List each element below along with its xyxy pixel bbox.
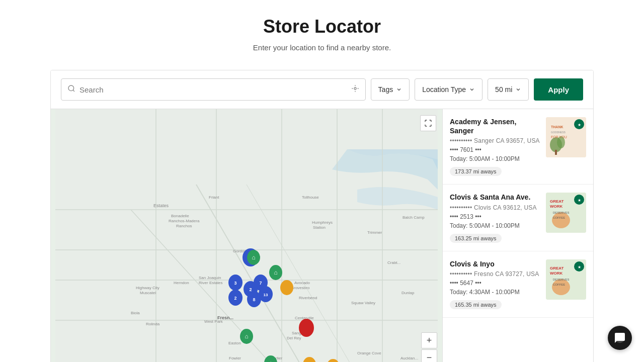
svg-text:San Joaquin: San Joaquin xyxy=(199,276,221,280)
store-hours: Today: 5:00AM - 10:00PM xyxy=(450,222,541,229)
svg-text:7: 7 xyxy=(259,281,262,286)
store-name: Academy & Jensen, Sanger xyxy=(450,117,541,135)
svg-text:Del Rey: Del Rey xyxy=(287,336,301,340)
search-input-wrapper[interactable] xyxy=(61,78,366,101)
svg-text:Grovesbro: Grovesbro xyxy=(291,286,310,290)
svg-text:GREAT: GREAT xyxy=(550,199,564,204)
svg-text:DESERVES: DESERVES xyxy=(553,211,570,214)
svg-text:Crabt...: Crabt... xyxy=(387,260,400,265)
store-thumbnail-2: ★ GREAT WORK DESERVES COFFEE xyxy=(546,193,586,233)
store-name: Clovis & Santa Ana Ave. xyxy=(450,193,541,202)
store-thumbnail-3: ★ GREAT WORK DESERVES COFFEE xyxy=(546,259,586,300)
svg-text:⌂: ⌂ xyxy=(252,254,255,261)
distance-dropdown[interactable]: 50 mi xyxy=(488,78,529,101)
svg-line-1 xyxy=(73,90,74,92)
store-phone: •••• 5647 ••• xyxy=(450,280,541,287)
store-distance: 163.25 mi aways xyxy=(450,234,502,243)
zoom-in-button[interactable]: + xyxy=(421,332,437,348)
fullscreen-button[interactable] xyxy=(420,115,436,131)
store-item[interactable]: Clovis & Santa Ana Ave. •••••••••• Clovi… xyxy=(443,185,593,251)
store-distance: 165.35 mi aways xyxy=(450,300,502,309)
svg-text:Easton: Easton xyxy=(228,341,241,345)
svg-text:8: 8 xyxy=(253,297,255,302)
zoom-out-button[interactable]: − xyxy=(421,349,437,362)
svg-text:River Estates: River Estates xyxy=(199,281,223,285)
location-type-label: Location Type xyxy=(422,85,466,94)
svg-text:GREAT: GREAT xyxy=(550,266,564,270)
svg-rect-3 xyxy=(55,109,438,362)
store-address: •••••••••• Sanger CA 93657, USA xyxy=(450,137,541,144)
svg-text:Trimmer: Trimmer xyxy=(367,230,382,235)
svg-text:⌂: ⌂ xyxy=(269,359,272,362)
svg-text:WORK: WORK xyxy=(550,204,563,209)
page-subtitle: Enter your location to find a nearby sto… xyxy=(10,43,634,52)
svg-text:Aucklan...: Aucklan... xyxy=(400,356,418,360)
search-bar: Tags Location Type 50 mi Apply xyxy=(51,70,593,109)
svg-text:Fresn...: Fresn... xyxy=(217,315,233,320)
svg-text:Rolinda: Rolinda xyxy=(146,322,160,326)
content-area: Estates Bonadelle Ranchos-Madera Ranchos… xyxy=(51,109,593,362)
svg-text:★: ★ xyxy=(578,123,581,127)
store-info-3: Clovis & Inyo •••••••••• Fresno CA 93727… xyxy=(450,259,541,309)
store-hours: Today: 5:00AM - 10:00PM xyxy=(450,155,541,162)
svg-text:GOODNESS: GOODNESS xyxy=(551,131,566,134)
store-info-1: Academy & Jensen, Sanger •••••••••• Sang… xyxy=(450,117,541,176)
location-icon[interactable] xyxy=(351,84,359,95)
chat-widget[interactable] xyxy=(608,326,632,350)
store-address: •••••••••• Clovis CA 93612, USA xyxy=(450,204,541,211)
svg-text:COFFEE: COFFEE xyxy=(553,283,565,286)
svg-text:⌂: ⌂ xyxy=(245,333,248,340)
svg-rect-101 xyxy=(555,150,557,155)
svg-text:2: 2 xyxy=(234,296,236,301)
svg-text:3: 3 xyxy=(234,281,236,286)
store-item[interactable]: Academy & Jensen, Sanger •••••••••• Sang… xyxy=(443,109,593,185)
svg-text:Highway City: Highway City xyxy=(136,286,159,290)
svg-text:2: 2 xyxy=(249,287,252,292)
svg-text:13: 13 xyxy=(264,293,268,297)
svg-point-118 xyxy=(552,279,570,295)
svg-text:Muscatel: Muscatel xyxy=(140,291,156,295)
store-item[interactable]: Clovis & Inyo •••••••••• Fresno CA 93727… xyxy=(443,251,593,318)
svg-point-2 xyxy=(354,87,356,89)
page-header: Store Locator Enter your location to fin… xyxy=(0,0,644,60)
svg-text:Squaw Valley: Squaw Valley xyxy=(351,301,375,305)
tags-dropdown[interactable]: Tags xyxy=(371,78,410,101)
svg-point-0 xyxy=(68,85,74,91)
svg-text:Station: Station xyxy=(313,225,326,230)
search-icon xyxy=(67,84,75,95)
svg-text:WORK: WORK xyxy=(550,271,563,276)
svg-text:⌂: ⌂ xyxy=(274,269,277,276)
svg-point-110 xyxy=(552,212,570,228)
store-info-2: Clovis & Santa Ana Ave. •••••••••• Clovi… xyxy=(450,193,541,242)
svg-text:FOR YOU: FOR YOU xyxy=(551,135,567,139)
distance-label: 50 mi xyxy=(495,85,512,94)
svg-text:DESERVES: DESERVES xyxy=(553,278,570,281)
svg-text:Herndon: Herndon xyxy=(174,281,189,285)
svg-text:Tollhouse: Tollhouse xyxy=(302,195,319,200)
svg-text:Fowler: Fowler xyxy=(229,356,241,360)
svg-text:★: ★ xyxy=(578,265,581,269)
svg-text:Friant: Friant xyxy=(209,195,219,200)
location-type-dropdown[interactable]: Location Type xyxy=(415,78,482,101)
svg-text:Humphreys: Humphreys xyxy=(312,220,333,225)
svg-text:Biola: Biola xyxy=(131,311,140,315)
store-distance: 173.37 mi aways xyxy=(450,167,502,176)
store-list: Academy & Jensen, Sanger •••••••••• Sang… xyxy=(442,109,593,362)
store-phone: •••• 7601 ••• xyxy=(450,146,541,153)
svg-text:Avocado: Avocado xyxy=(294,281,310,285)
tags-label: Tags xyxy=(378,85,393,94)
search-input[interactable] xyxy=(79,85,347,94)
apply-button[interactable]: Apply xyxy=(534,78,583,101)
store-phone: •••• 2513 ••• xyxy=(450,213,541,220)
store-address: •••••••••• Fresno CA 93727, USA xyxy=(450,270,541,278)
main-container: Tags Location Type 50 mi Apply xyxy=(50,70,594,362)
svg-text:★: ★ xyxy=(578,198,581,203)
svg-text:Balch Camp: Balch Camp xyxy=(403,215,425,220)
svg-text:Ranchos: Ranchos xyxy=(176,224,192,228)
store-hours: Today: 4:30AM - 10:00PM xyxy=(450,289,541,296)
svg-text:Estates: Estates xyxy=(153,203,169,208)
svg-text:THANK: THANK xyxy=(551,125,564,129)
svg-text:Bonadelle: Bonadelle xyxy=(171,214,189,218)
map-area[interactable]: Estates Bonadelle Ranchos-Madera Ranchos… xyxy=(51,109,442,362)
svg-text:Ranchos-Madera: Ranchos-Madera xyxy=(169,219,200,223)
